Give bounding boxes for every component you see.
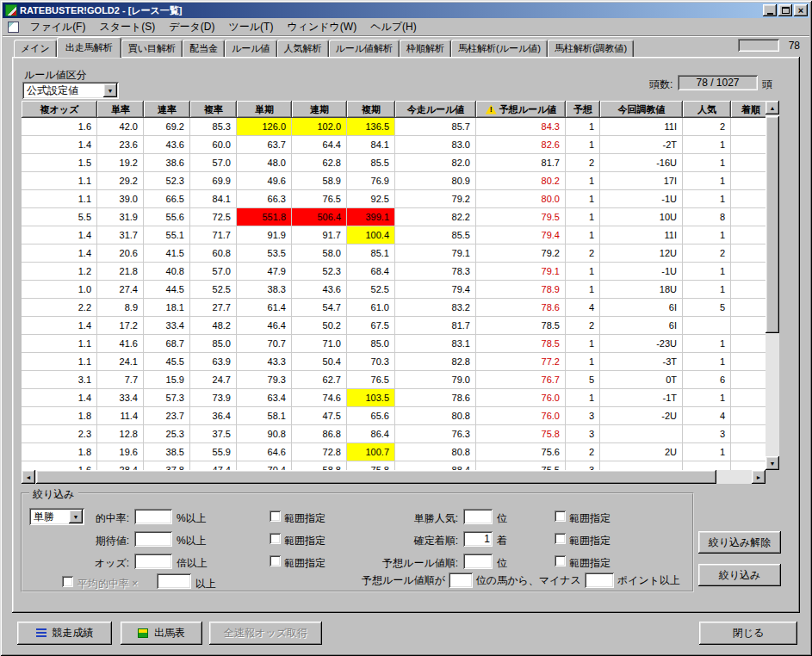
column-header-10[interactable]: 予想 — [566, 101, 600, 118]
rule-type-dropdown[interactable]: 公式設定値 ▼ — [22, 82, 119, 99]
column-header-2[interactable]: 単率 — [97, 101, 144, 118]
close-button[interactable]: × — [794, 4, 808, 16]
column-header-1[interactable]: 複オッズ — [22, 101, 97, 118]
table-row[interactable]: 2.28.918.127.761.454.761.083.278.646I5 — [22, 299, 766, 317]
odds-range-checkbox[interactable] — [270, 555, 281, 566]
table-cell: 5 — [683, 299, 731, 317]
pred-from-points-input[interactable] — [585, 572, 614, 588]
scroll-up-icon[interactable]: ▲ — [766, 101, 779, 114]
title-bar[interactable]: RATEBUSTER!GOLD2 - [レース一覧] × — [3, 3, 809, 18]
menu-item-1[interactable]: ファイル(F) — [23, 19, 92, 34]
close-window-button[interactable]: 閉じる — [699, 622, 797, 645]
scroll-down-icon[interactable]: ▼ — [766, 456, 779, 470]
table-cell: 79.2 — [476, 244, 566, 263]
horizontal-scrollbar-thumb[interactable] — [36, 470, 716, 484]
odds-suffix: 倍以上 — [177, 556, 208, 571]
vertical-scrollbar-thumb[interactable] — [766, 116, 779, 333]
odds-label: オッズ: — [74, 556, 129, 571]
table-row[interactable]: 1.221.840.857.047.952.368.478.379.11-1U1 — [22, 263, 766, 281]
menu-item-6[interactable]: ヘルプ(H) — [363, 19, 424, 34]
table-row[interactable]: 1.141.668.785.070.771.085.083.178.51-23U… — [22, 335, 766, 353]
table-cell: 1.4 — [22, 389, 97, 407]
menu-item-2[interactable]: スタート(S) — [92, 19, 162, 34]
table-cell: 79.1 — [395, 244, 476, 263]
table-row[interactable]: 1.420.641.560.853.558.085.179.179.2212U2 — [22, 244, 766, 263]
dropdown-arrow-icon[interactable]: ▼ — [103, 84, 117, 97]
table-row[interactable]: 1.423.643.660.063.764.484.183.082.61-2T1 — [22, 136, 766, 154]
table-row[interactable]: 1.027.444.552.538.343.652.579.478.9118U1 — [22, 281, 766, 299]
odds-input[interactable] — [134, 554, 172, 569]
minimize-button[interactable] — [763, 4, 777, 16]
entry-table-button[interactable]: 出馬表 — [121, 622, 202, 645]
document-icon[interactable] — [8, 22, 19, 33]
tab-9[interactable]: 馬柱解析(ルール値) — [451, 40, 548, 57]
table-row[interactable]: 2.312.825.337.590.886.886.476.375.833 — [22, 425, 766, 443]
table-row[interactable]: 1.819.638.555.964.672.8100.780.875.622U1 — [22, 443, 766, 461]
tab-1[interactable]: メイン — [14, 40, 57, 57]
column-header-5[interactable]: 単期 — [237, 101, 292, 118]
scroll-right-icon[interactable]: ► — [752, 470, 766, 484]
column-header-4[interactable]: 複率 — [190, 101, 237, 118]
table-row[interactable]: 1.519.238.657.048.062.885.582.081.72-16U… — [22, 154, 766, 172]
tab-5[interactable]: ルール値 — [225, 40, 277, 57]
tab-10[interactable]: 馬柱解析(調教値) — [548, 40, 634, 57]
win-pop-label: 単勝人気: — [363, 511, 458, 526]
tab-4[interactable]: 配当金 — [183, 40, 225, 57]
table-cell: 83.1 — [395, 335, 476, 353]
hit-rate-input[interactable] — [134, 509, 172, 524]
table-row[interactable]: 1.139.066.584.166.376.592.579.280.01-1U1 — [22, 190, 766, 208]
header-label: 今走ルール値 — [407, 103, 465, 116]
table-row[interactable]: 1.628.437.847.470.458.875.888.475.53 — [22, 461, 766, 470]
final-pos-input[interactable] — [463, 531, 493, 547]
tab-7[interactable]: ルール値解析 — [329, 40, 400, 57]
column-header-3[interactable]: 連率 — [144, 101, 190, 118]
table-cell: 103.5 — [347, 389, 395, 407]
column-header-8[interactable]: 今走ルール値 — [395, 101, 476, 118]
column-header-6[interactable]: 連期 — [292, 101, 347, 118]
menu-item-3[interactable]: データ(D) — [162, 19, 221, 34]
scroll-left-icon[interactable]: ◄ — [22, 470, 35, 484]
maximize-button[interactable] — [778, 4, 792, 16]
menu-item-4[interactable]: ツール(T) — [222, 19, 281, 34]
filter-apply-button[interactable]: 絞り込み — [698, 564, 781, 586]
tab-6[interactable]: 人気解析 — [277, 40, 329, 57]
table-row[interactable]: 1.431.755.171.791.991.7100.485.579.4111I… — [22, 226, 766, 244]
tab-3[interactable]: 買い目解析 — [121, 40, 183, 57]
pred-rank-range-checkbox[interactable] — [555, 555, 566, 566]
table-row[interactable]: 1.129.252.369.949.658.976.980.980.2117I1 — [22, 172, 766, 190]
table-cell: 37.5 — [190, 425, 237, 443]
table-row[interactable]: 1.417.233.448.246.450.267.581.778.526I — [22, 317, 766, 335]
win-pop-input[interactable] — [463, 509, 493, 524]
table-cell: 6I — [600, 299, 683, 317]
vertical-scrollbar[interactable]: ▲ ▼ — [766, 101, 779, 470]
table-row[interactable]: 1.124.145.563.943.350.470.382.877.21-3T1 — [22, 353, 766, 371]
table-row[interactable]: 1.433.457.373.963.474.6103.578.676.01-1T… — [22, 389, 766, 407]
hit-rate-range-checkbox[interactable] — [270, 511, 281, 522]
horizontal-scrollbar[interactable]: ◄ ► — [22, 470, 766, 484]
table-row[interactable]: 3.17.715.924.779.362.776.579.076.750T6 — [22, 371, 766, 389]
avg-hit-input[interactable] — [157, 573, 191, 589]
column-header-12[interactable]: 人気 — [683, 101, 731, 118]
tab-2[interactable]: 出走馬解析 — [57, 37, 121, 58]
table-row[interactable]: 1.811.423.736.458.147.565.680.876.03-2U4 — [22, 407, 766, 425]
table-row[interactable]: 1.642.069.285.3126.0102.0136.585.784.311… — [22, 118, 766, 136]
pred-rank-input[interactable] — [463, 554, 493, 569]
expected-range-checkbox[interactable] — [270, 533, 281, 544]
race-results-button[interactable]: 競走成績 — [17, 622, 112, 645]
final-pos-range-checkbox[interactable] — [555, 533, 566, 544]
column-header-9[interactable]: !予想ルール値 — [476, 101, 566, 118]
race-results-label: 競走成績 — [53, 626, 94, 641]
filter-clear-button[interactable]: 絞り込み解除 — [698, 531, 781, 554]
column-header-13[interactable]: 着順 — [731, 101, 766, 118]
menu-item-5[interactable]: ウィンドウ(W) — [280, 19, 363, 34]
table-row[interactable]: 5.531.955.672.5551.8506.4399.182.279.511… — [22, 208, 766, 226]
column-header-7[interactable]: 複期 — [347, 101, 395, 118]
column-header-11[interactable]: 今回調教値 — [600, 101, 683, 118]
table-cell: 64.4 — [292, 136, 347, 154]
win-pop-range-checkbox[interactable] — [555, 511, 566, 522]
pred-from-rank-input[interactable] — [449, 572, 473, 588]
avg-hit-checkbox[interactable] — [62, 576, 73, 587]
expected-input[interactable] — [134, 531, 172, 547]
tab-8[interactable]: 枠順解析 — [400, 40, 451, 57]
expected-label: 期待値: — [74, 534, 129, 548]
